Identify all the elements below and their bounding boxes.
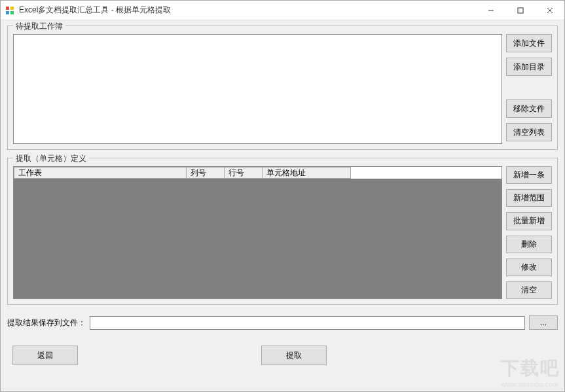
workbooks-button-column: 添加文件 添加目录 移除文件 清空列表 (506, 34, 552, 141)
save-path-input[interactable] (90, 316, 525, 330)
add-directory-button[interactable]: 添加目录 (506, 58, 552, 76)
delete-button[interactable]: 删除 (506, 236, 552, 253)
add-range-button[interactable]: 新增范围 (506, 189, 552, 207)
extract-button[interactable]: 提取 (261, 346, 327, 365)
app-icon (5, 5, 15, 16)
modify-button[interactable]: 修改 (506, 258, 552, 276)
definition-group: 提取（单元格）定义 工作表 列号 行号 单元格地址 新增一条 新增范围 批量新增… (7, 158, 558, 305)
save-label: 提取结果保存到文件： (7, 317, 86, 329)
content-area: 待提取工作簿 添加文件 添加目录 移除文件 清空列表 提取（单元格）定义 工作表… (1, 20, 564, 391)
svg-rect-1 (10, 7, 14, 10)
definition-grid[interactable]: 工作表 列号 行号 单元格地址 (13, 166, 502, 299)
col-header-row[interactable]: 行号 (225, 167, 263, 179)
clear-list-button[interactable]: 清空列表 (506, 123, 552, 141)
browse-button[interactable]: ... (529, 315, 558, 330)
maximize-button[interactable] (505, 1, 535, 20)
window-controls (476, 1, 564, 20)
minimize-button[interactable] (476, 1, 505, 20)
col-header-column[interactable]: 列号 (187, 167, 225, 179)
definition-button-column: 新增一条 新增范围 批量新增 删除 修改 清空 (506, 166, 552, 299)
workbooks-legend: 待提取工作簿 (13, 21, 65, 32)
add-file-button[interactable]: 添加文件 (506, 34, 552, 52)
svg-rect-0 (6, 7, 9, 10)
workbooks-listbox[interactable] (13, 34, 502, 144)
back-button[interactable]: 返回 (12, 346, 78, 365)
remove-file-button[interactable]: 移除文件 (506, 99, 552, 118)
workbooks-group: 待提取工作簿 添加文件 添加目录 移除文件 清空列表 (7, 26, 558, 150)
window-title: Excel多文档提取汇总工具 - 根据单元格提取 (19, 5, 476, 16)
grid-header-row: 工作表 列号 行号 单元格地址 (14, 167, 501, 179)
app-window: Excel多文档提取汇总工具 - 根据单元格提取 待提取工作簿 添加文件 添加目… (0, 0, 565, 392)
col-header-sheet[interactable]: 工作表 (14, 167, 187, 179)
close-button[interactable] (535, 1, 564, 20)
definition-legend: 提取（单元格）定义 (13, 153, 89, 164)
batch-add-button[interactable]: 批量新增 (506, 212, 552, 230)
svg-rect-3 (10, 11, 14, 14)
svg-rect-2 (6, 11, 9, 14)
titlebar: Excel多文档提取汇总工具 - 根据单元格提取 (1, 1, 564, 20)
clear-button[interactable]: 清空 (506, 281, 552, 299)
svg-rect-5 (518, 8, 523, 13)
col-header-cell-address[interactable]: 单元格地址 (263, 167, 351, 179)
save-row: 提取结果保存到文件： ... (7, 313, 558, 331)
add-one-button[interactable]: 新增一条 (506, 166, 552, 184)
bottom-button-row: 返回 提取 (7, 339, 558, 368)
